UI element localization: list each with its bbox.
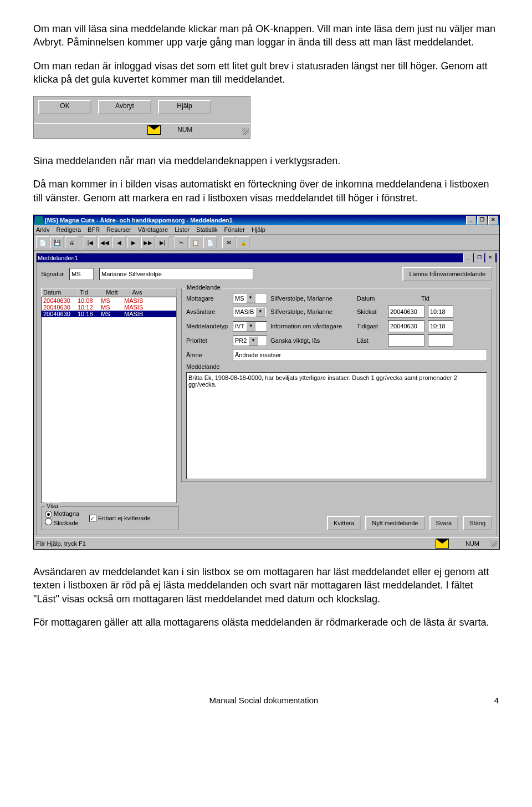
maximize-button[interactable]: ❐ (477, 216, 487, 225)
toolbar-print-icon[interactable]: 🖨 (65, 236, 78, 248)
message-listbox[interactable]: 2004063010:08MSMASIS 2004063010:12MSMASI… (41, 297, 177, 503)
menu-hjalp[interactable]: Hjälp (252, 226, 265, 233)
toolbar: 📄 💾 🖨 |◀ ◀◀ ◀ ▶ ▶▶ ▶| ✂ 📋 📄 ✉ 🔒 (34, 235, 499, 251)
chevron-down-icon[interactable]: ▼ (246, 293, 255, 303)
message-textarea[interactable]: Britta Ek, 1908-08-18-0000, har beviljat… (186, 372, 487, 479)
envelope-icon[interactable] (147, 125, 161, 135)
mottagare-name: Silfverstolpe, Marianne (270, 295, 354, 302)
menu-fonster[interactable]: Fönster (224, 226, 245, 233)
toolbar-prev-icon[interactable]: ◀◀ (98, 236, 111, 248)
envelope-icon[interactable] (436, 539, 449, 549)
chevron-down-icon[interactable]: ▼ (248, 336, 258, 346)
svara-button[interactable]: Svara (429, 516, 459, 530)
last-label: Läst (357, 337, 385, 344)
meddelande-label: Meddelande (186, 363, 229, 370)
meddelandetyp-label: Meddelandetyp (186, 323, 229, 329)
child-close-button[interactable]: ✕ (485, 253, 495, 262)
signatur-name-field: Marianne Silfverstolpe (99, 268, 253, 280)
prioritet-label: Prioritet (186, 337, 229, 344)
paragraph: Avsändaren av meddelandet kan i sin list… (33, 565, 499, 606)
tidigast-date-field: 20040630 (388, 320, 424, 332)
mottagare-combo[interactable]: MS▼ (233, 293, 267, 303)
toolbar-paste-icon[interactable]: 📄 (203, 236, 217, 248)
toolbar-save-icon[interactable]: 💾 (50, 236, 64, 248)
app-window: [MS] Magna Cura - Äldre- och handikappom… (33, 215, 500, 550)
num-indicator: NUM (177, 126, 192, 134)
toolbar-msg-icon[interactable]: ✉ (222, 236, 236, 248)
skickat-time-field: 10:18 (428, 306, 453, 318)
child-maximize-button[interactable]: ❐ (474, 253, 484, 262)
page-number: 4 (494, 696, 499, 705)
col-tid[interactable]: Tid (78, 288, 104, 297)
menu-bfr[interactable]: BFR (88, 226, 100, 233)
ok-button[interactable]: OK (38, 100, 91, 114)
datum-label: Datum (357, 295, 385, 302)
away-message-button[interactable]: Lämna frånvaromeddelande (402, 267, 492, 281)
nytt-meddelande-button[interactable]: Nytt meddelande (365, 516, 424, 530)
menu-redigera[interactable]: Redigera (56, 226, 81, 233)
chevron-down-icon[interactable]: ▼ (246, 322, 255, 331)
signatur-label: Signatur (41, 271, 64, 277)
col-mott[interactable]: Mott (104, 288, 130, 297)
avsandare-combo[interactable]: MASIB▼ (233, 307, 267, 317)
menu-listor[interactable]: Listor (175, 226, 190, 233)
paragraph: Då man kommer in i bilden visas automati… (33, 177, 499, 205)
list-row-selected[interactable]: 2004063010:18MSMASIB (42, 311, 176, 317)
paragraph: Om man redan är inloggad visas det som e… (33, 59, 499, 87)
radio-mottagna[interactable]: Mottagna (45, 510, 79, 518)
toolbar-new-icon[interactable]: 📄 (36, 236, 49, 248)
prioritet-combo[interactable]: PR2▼ (233, 336, 267, 346)
mottagare-label: Mottagare (186, 295, 229, 302)
menu-arkiv[interactable]: Arkiv (36, 226, 49, 233)
amne-field[interactable]: Ändrade insatser (233, 349, 487, 361)
menu-statistik[interactable]: Statistik (196, 226, 218, 233)
kvittera-button[interactable]: Kvittera (327, 516, 361, 530)
message-list-panel: Datum Tid Mott Avs 2004063010:08MSMASIS … (41, 288, 177, 503)
detail-legend: Meddelande (185, 284, 222, 291)
toolbar-last-icon[interactable]: ▶| (156, 236, 169, 248)
checkbox-enbart-ej-kvitterade[interactable]: ✓Enbart ej kvitterade (89, 515, 151, 522)
skickat-date-field: 20040630 (388, 306, 424, 318)
toolbar-back-icon[interactable]: ◀ (112, 236, 126, 248)
resize-grip-icon (490, 540, 497, 547)
toolbar-next-icon[interactable]: ▶▶ (141, 236, 155, 248)
toolbar-copy-icon[interactable]: 📋 (189, 236, 202, 248)
footer-title: Manual Social dokumentation (209, 696, 318, 705)
hjalp-button[interactable]: Hjälp (158, 100, 211, 114)
titlebar: [MS] Magna Cura - Äldre- och handikappom… (34, 215, 499, 225)
status-text: För Hjälp, tryck F1 (36, 540, 86, 547)
meddelandetyp-combo[interactable]: IVT▼ (233, 321, 267, 332)
child-titlebar: Meddelanden1 _ ❐ ✕ (37, 253, 497, 262)
window-title: [MS] Magna Cura - Äldre- och handikappom… (45, 217, 233, 224)
list-header: Datum Tid Mott Avs (41, 288, 177, 297)
menu-vardtagare[interactable]: Vårdtagare (138, 226, 168, 233)
signatur-code-field[interactable]: MS (69, 268, 94, 280)
tid-label: Tid (421, 295, 438, 302)
child-minimize-button[interactable]: _ (463, 253, 473, 262)
avsandare-label: Avsändare (186, 308, 229, 315)
stang-button[interactable]: Stäng (463, 516, 492, 530)
toolbar-cut-icon[interactable]: ✂ (175, 236, 188, 248)
chevron-down-icon[interactable]: ▼ (255, 307, 265, 317)
avbryt-button[interactable]: Avbryt (98, 100, 151, 114)
menu-resurser[interactable]: Resurser (106, 226, 131, 233)
prioritet-name: Ganska viktigt, läs (270, 337, 354, 344)
radio-skickade[interactable]: Skickade (45, 518, 79, 526)
visa-legend: Visa (45, 503, 60, 509)
toolbar-first-icon[interactable]: |◀ (84, 236, 97, 248)
num-indicator: NUM (466, 540, 479, 547)
amne-label: Ämne (186, 352, 229, 358)
col-datum[interactable]: Datum (41, 288, 78, 297)
minimize-button[interactable]: _ (466, 216, 476, 225)
list-row[interactable]: 2004063010:12MSMASIS (42, 304, 176, 311)
statusbar-fragment: OK Avbryt Hjälp NUM (33, 96, 250, 139)
col-avs[interactable]: Avs (130, 288, 177, 297)
paragraph: Sina meddelanden når man via meddelandek… (33, 154, 499, 168)
list-row[interactable]: 2004063010:08MSMASIS (42, 297, 176, 304)
paragraph: För mottagaren gäller att alla mottagare… (33, 616, 499, 629)
toolbar-fwd-icon[interactable]: ▶ (127, 236, 140, 248)
close-button[interactable]: ✕ (488, 216, 498, 225)
child-window: Meddelanden1 _ ❐ ✕ Signatur MS Marianne … (36, 253, 497, 535)
toolbar-lock-icon[interactable]: 🔒 (237, 236, 250, 248)
last-date-field (388, 334, 424, 347)
